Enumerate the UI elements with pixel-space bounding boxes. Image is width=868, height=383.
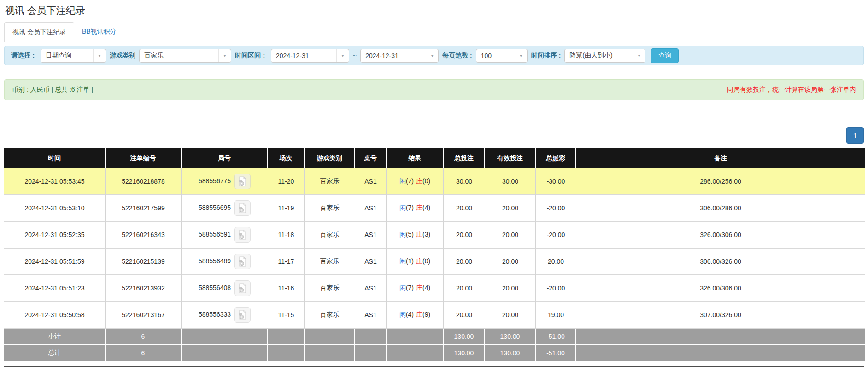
tab-bar: 视讯 会员下注纪录 BB视讯积分 bbox=[4, 22, 864, 42]
round-id-value: 588556489 bbox=[199, 257, 231, 265]
cell-game-type bbox=[305, 345, 355, 362]
table-row: 2024-12-31 05:50:58 522160213167 5885563… bbox=[4, 302, 865, 329]
cell-game-type bbox=[305, 329, 355, 345]
time-range-label: 时间区间： bbox=[235, 52, 267, 60]
col-game-type: 游戏类别 bbox=[305, 148, 355, 168]
cell-bet-id: 522160217599 bbox=[106, 195, 182, 222]
page-size-select[interactable]: 100 ▼ bbox=[476, 49, 528, 63]
video-replay-button[interactable] bbox=[234, 227, 251, 243]
round-id-value: 588556333 bbox=[199, 311, 231, 318]
cell-session: 11-20 bbox=[268, 168, 305, 195]
cell-total-bet[interactable]: 20.00 bbox=[444, 249, 485, 275]
page-title: 视讯 会员下注纪录 bbox=[5, 4, 864, 17]
cell-total-bet[interactable]: 20.00 bbox=[444, 302, 485, 329]
round-id-value: 588556591 bbox=[199, 231, 231, 238]
cell-round-id bbox=[182, 329, 268, 345]
cell-summary-count: 6 bbox=[106, 345, 182, 362]
date-to-value: 2024-12-31 bbox=[361, 52, 426, 59]
col-valid-bet: 有效投注 bbox=[485, 148, 536, 168]
tab-bb-points[interactable]: BB视讯积分 bbox=[74, 22, 124, 42]
filter-bar: 请选择： 日期查询 ▼ 游戏类别 百家乐 ▼ 时间区间： 2024-12-31 … bbox=[4, 46, 864, 65]
cell-round-id: 588556695 bbox=[182, 195, 268, 222]
pagination: 1 bbox=[4, 127, 864, 144]
table-row: 2024-12-31 05:51:23 522160213932 5885564… bbox=[4, 275, 865, 302]
page: 视讯 会员下注纪录 视讯 会员下注纪录 BB视讯积分 请选择： 日期查询 ▼ 游… bbox=[0, 4, 868, 383]
page-button-1[interactable]: 1 bbox=[846, 127, 864, 144]
search-button[interactable]: 查询 bbox=[651, 48, 679, 63]
cell-result: 闲(4)庄(9) bbox=[387, 302, 444, 329]
cell-valid-bet: 20.00 bbox=[485, 275, 536, 302]
result-player-score: (7) bbox=[406, 204, 414, 211]
cell-time: 2024-12-31 05:53:45 bbox=[4, 168, 106, 195]
page-size-value: 100 bbox=[476, 52, 515, 59]
video-replay-button[interactable] bbox=[234, 254, 251, 269]
result-banker: 庄 bbox=[416, 311, 422, 318]
table-row: 2024-12-31 05:53:10 522160217599 5885566… bbox=[4, 195, 865, 222]
game-type-label: 游戏类别 bbox=[110, 52, 135, 60]
cell-summary-count: 6 bbox=[106, 329, 182, 345]
query-type-select[interactable]: 日期查询 ▼ bbox=[41, 49, 106, 63]
video-replay-button[interactable] bbox=[234, 174, 251, 189]
result-player-score: (7) bbox=[406, 284, 414, 291]
cell-game-type: 百家乐 bbox=[305, 168, 355, 195]
col-session: 场次 bbox=[268, 148, 305, 168]
video-replay-button[interactable] bbox=[234, 307, 251, 323]
cell-result: 闲(7)庄(0) bbox=[387, 168, 444, 195]
result-player-score: (7) bbox=[406, 177, 414, 185]
cell-total-bet[interactable]: 20.00 bbox=[444, 195, 485, 222]
result-banker-score: (9) bbox=[422, 311, 430, 318]
cell-table-no bbox=[355, 329, 387, 345]
cell-total-bet[interactable]: 20.00 bbox=[444, 275, 485, 302]
currency-summary-text: 币别 : 人民币 | 总共 :6 注单 | bbox=[12, 86, 93, 94]
table-summary-row: 小计 6 130.00 130.00 -51.00 bbox=[4, 329, 865, 345]
cell-payout: -30.00 bbox=[536, 168, 576, 195]
cell-table-no: AS1 bbox=[355, 249, 387, 275]
video-replay-button[interactable] bbox=[234, 200, 251, 216]
cell-remark: 326.00/306.00 bbox=[576, 275, 865, 302]
result-banker-score: (0) bbox=[422, 177, 430, 185]
table-row: 2024-12-31 05:53:45 522160218878 5885567… bbox=[4, 168, 865, 195]
cell-valid-bet: 20.00 bbox=[485, 195, 536, 222]
summary-bar: 币别 : 人民币 | 总共 :6 注单 | 同局有效投注，统一计算在该局第一张注… bbox=[4, 79, 864, 100]
cell-bet-id: 522160213932 bbox=[106, 275, 182, 302]
col-payout: 总派彩 bbox=[536, 148, 576, 168]
result-banker: 庄 bbox=[416, 177, 422, 185]
result-banker: 庄 bbox=[416, 284, 422, 291]
date-to-select[interactable]: 2024-12-31 ▼ bbox=[360, 49, 439, 63]
result-player: 闲 bbox=[399, 231, 406, 238]
records-table: 时间 注单编号 局号 场次 游戏类别 桌号 结果 总投注 有效投注 总派彩 备注… bbox=[4, 148, 865, 362]
cell-session: 11-18 bbox=[268, 222, 305, 249]
sort-order-select[interactable]: 降冪(由大到小) ▼ bbox=[564, 49, 645, 63]
chevron-down-icon[interactable]: ▼ bbox=[336, 49, 349, 62]
chevron-down-icon[interactable]: ▼ bbox=[93, 49, 106, 62]
cell-total-bet[interactable]: 30.00 bbox=[444, 168, 485, 195]
cell-total-bet[interactable]: 20.00 bbox=[444, 222, 485, 249]
date-from-select[interactable]: 2024-12-31 ▼ bbox=[271, 49, 349, 63]
chevron-down-icon[interactable]: ▼ bbox=[426, 49, 438, 62]
cell-payout: 20.00 bbox=[536, 249, 576, 275]
chevron-down-icon[interactable]: ▼ bbox=[218, 49, 231, 62]
col-table-no: 桌号 bbox=[355, 148, 387, 168]
page-size-label: 每页笔数 : bbox=[442, 52, 472, 60]
cell-remark: 307.00/326.00 bbox=[576, 302, 865, 329]
result-banker-score: (4) bbox=[422, 284, 430, 291]
tab-betting-records[interactable]: 视讯 会员下注纪录 bbox=[4, 22, 74, 42]
cell-remark: 326.00/306.00 bbox=[576, 222, 865, 249]
col-round-id: 局号 bbox=[182, 148, 268, 168]
cell-session: 11-19 bbox=[268, 195, 305, 222]
cell-remark: 286.00/256.00 bbox=[576, 168, 865, 195]
cell-session bbox=[268, 329, 305, 345]
cell-valid-bet: 20.00 bbox=[485, 302, 536, 329]
cell-time: 2024-12-31 05:50:58 bbox=[4, 302, 106, 329]
cell-game-type: 百家乐 bbox=[305, 249, 355, 275]
chevron-down-icon[interactable]: ▼ bbox=[633, 49, 645, 62]
cell-summary-label: 小计 bbox=[4, 329, 106, 345]
cell-remark bbox=[576, 345, 865, 362]
game-type-select[interactable]: 百家乐 ▼ bbox=[139, 49, 231, 63]
cell-time: 2024-12-31 05:52:35 bbox=[4, 222, 106, 249]
cell-result: 闲(1)庄(0) bbox=[387, 249, 444, 275]
video-replay-button[interactable] bbox=[234, 280, 251, 296]
col-total-bet: 总投注 bbox=[444, 148, 485, 168]
cell-game-type: 百家乐 bbox=[305, 195, 355, 222]
chevron-down-icon[interactable]: ▼ bbox=[515, 49, 527, 62]
